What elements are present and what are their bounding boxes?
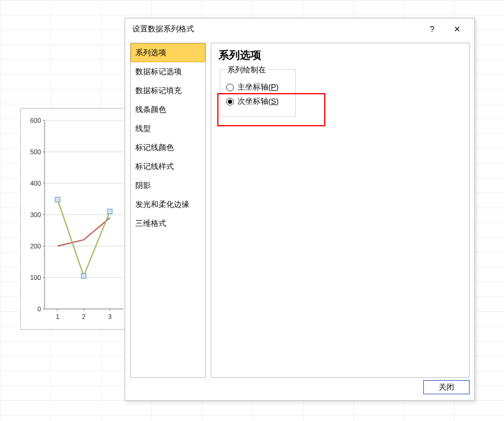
radio-secondary-axis[interactable]: 次坐标轴(S) bbox=[226, 96, 289, 107]
dialog-titlebar[interactable]: 设置数据系列格式 ? × bbox=[125, 18, 474, 40]
radio-dot-secondary bbox=[226, 98, 234, 106]
radio-secondary-label: 次坐标轴(S) bbox=[237, 96, 278, 107]
sidebar-item-3d-format[interactable]: 三维格式 bbox=[131, 214, 205, 233]
dialog-title: 设置数据系列格式 bbox=[130, 24, 420, 34]
sidebar-item-line-style[interactable]: 线型 bbox=[131, 119, 205, 138]
close-icon[interactable]: × bbox=[445, 21, 470, 37]
panel-title: 系列选项 bbox=[218, 48, 462, 62]
dialog-footer: 关闭 bbox=[125, 378, 474, 400]
radio-dot-primary bbox=[226, 84, 234, 91]
svg-text:100: 100 bbox=[30, 274, 41, 281]
sidebar-item-glow-softedges[interactable]: 发光和柔化边缘 bbox=[131, 195, 205, 214]
embedded-chart[interactable]: 600 500 400 300 200 100 0 1 2 3 bbox=[20, 108, 126, 330]
svg-text:300: 300 bbox=[30, 211, 41, 218]
svg-text:200: 200 bbox=[30, 243, 41, 250]
sidebar-item-series-options[interactable]: 系列选项 bbox=[131, 43, 205, 62]
radio-primary-axis[interactable]: 主坐标轴(P) bbox=[226, 82, 289, 93]
options-panel: 系列选项 系列绘制在 主坐标轴(P) 次坐标轴(S) bbox=[211, 43, 470, 378]
svg-text:400: 400 bbox=[30, 180, 41, 187]
chart-x-tick-3: 3 bbox=[108, 313, 112, 320]
fieldset-legend: 系列绘制在 bbox=[226, 65, 267, 74]
help-icon[interactable]: ? bbox=[420, 21, 445, 37]
close-button[interactable]: 关闭 bbox=[423, 380, 470, 394]
plot-on-fieldset: 系列绘制在 主坐标轴(P) 次坐标轴(S) bbox=[220, 69, 296, 117]
chart-plot-area: 600 500 400 300 200 100 0 1 2 3 bbox=[26, 114, 123, 323]
sidebar-item-marker-fill[interactable]: 数据标记填充 bbox=[131, 81, 205, 100]
category-sidebar: 系列选项 数据标记选项 数据标记填充 线条颜色 线型 标记线颜色 标记线样式 阴… bbox=[130, 43, 206, 378]
svg-text:0: 0 bbox=[37, 305, 41, 312]
sidebar-item-line-color[interactable]: 线条颜色 bbox=[131, 100, 205, 119]
format-data-series-dialog: 设置数据系列格式 ? × 系列选项 数据标记选项 数据标记填充 线条颜色 线型 … bbox=[125, 18, 475, 401]
radio-primary-label: 主坐标轴(P) bbox=[237, 82, 278, 93]
sidebar-item-marker-line-style[interactable]: 标记线样式 bbox=[131, 157, 205, 176]
sidebar-item-marker-options[interactable]: 数据标记选项 bbox=[131, 62, 205, 81]
chart-x-tick-2: 2 bbox=[82, 313, 85, 320]
svg-rect-31 bbox=[55, 197, 60, 202]
chart-series-green bbox=[58, 200, 110, 276]
svg-text:500: 500 bbox=[30, 148, 41, 155]
sidebar-item-marker-line-color[interactable]: 标记线颜色 bbox=[131, 138, 205, 157]
svg-rect-33 bbox=[107, 209, 112, 214]
svg-rect-32 bbox=[81, 273, 86, 278]
chart-x-tick-1: 1 bbox=[56, 313, 59, 320]
sidebar-item-shadow[interactable]: 阴影 bbox=[131, 176, 205, 195]
svg-text:600: 600 bbox=[30, 117, 41, 124]
